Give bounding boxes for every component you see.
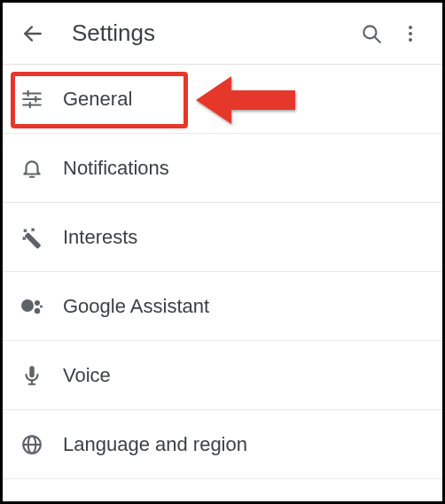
settings-list: General Notifications Interests — [3, 65, 442, 479]
svg-point-5 — [409, 38, 412, 42]
svg-point-3 — [409, 26, 412, 29]
svg-point-23 — [35, 307, 40, 313]
list-item-interests[interactable]: Interests — [3, 203, 442, 272]
svg-line-2 — [374, 36, 379, 42]
list-item-language-region[interactable]: Language and region — [3, 410, 442, 479]
more-button[interactable] — [391, 14, 430, 53]
magic-wand-icon — [15, 226, 63, 249]
list-item-label: Interests — [63, 226, 137, 249]
svg-point-21 — [35, 300, 40, 306]
globe-icon — [15, 433, 63, 456]
svg-rect-19 — [26, 233, 41, 248]
list-item-label: Language and region — [63, 433, 247, 456]
microphone-icon — [15, 364, 63, 387]
list-item-label: Voice — [63, 364, 111, 387]
svg-rect-24 — [29, 366, 34, 377]
list-item-google-assistant[interactable]: Google Assistant — [3, 272, 442, 341]
svg-point-20 — [21, 299, 34, 312]
back-button[interactable] — [15, 16, 51, 51]
search-button[interactable] — [352, 14, 391, 53]
search-icon — [360, 22, 383, 45]
page-title: Settings — [72, 19, 352, 47]
list-item-notifications[interactable]: Notifications — [3, 134, 442, 203]
list-item-label: General — [63, 88, 132, 111]
sliders-icon — [15, 88, 63, 111]
list-item-label: Notifications — [63, 157, 169, 180]
google-assistant-icon — [15, 295, 63, 318]
list-item-general[interactable]: General — [3, 65, 442, 134]
more-vertical-icon — [400, 23, 421, 44]
list-item-voice[interactable]: Voice — [3, 341, 442, 410]
back-arrow-icon — [21, 22, 44, 45]
list-item-label: Google Assistant — [63, 295, 209, 318]
svg-point-22 — [40, 305, 43, 307]
app-header: Settings — [3, 3, 442, 65]
svg-point-4 — [409, 32, 412, 35]
bell-icon — [15, 157, 63, 180]
